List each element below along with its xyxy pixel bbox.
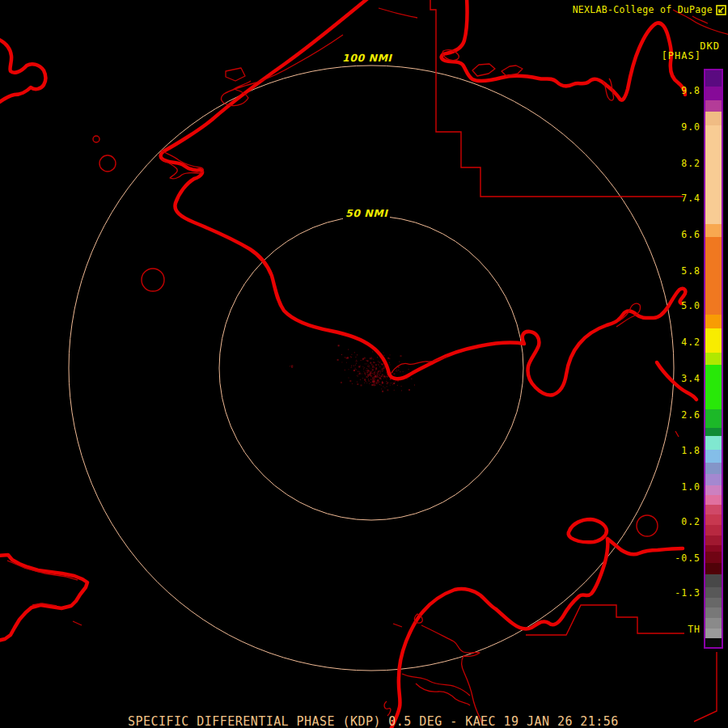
radar-echo-dot <box>372 366 374 368</box>
radar-echo-dot <box>377 372 378 373</box>
radar-echo-dot <box>369 383 370 384</box>
radar-echo-dot <box>375 375 376 377</box>
radar-echo-dot <box>359 371 360 372</box>
radar-echo-dot <box>377 375 378 375</box>
radar-echo-dot <box>380 370 381 371</box>
radar-echo-dot <box>366 381 366 382</box>
radar-echo-dot <box>372 378 373 379</box>
radar-echo-dot <box>353 370 355 371</box>
detail-dash <box>675 431 679 437</box>
colorbar-segment-28 <box>705 598 722 607</box>
radar-echo-dot <box>384 387 385 388</box>
radar-echo-dot <box>370 358 372 359</box>
product-code: DKD <box>700 40 720 52</box>
radar-echo-dot <box>291 366 292 367</box>
radar-echo-dot <box>396 370 396 371</box>
radar-echo-dot <box>386 372 387 373</box>
radar-echo-dot <box>396 369 397 370</box>
detail-east-squiggle <box>616 303 641 327</box>
radar-echo-dot <box>345 357 345 358</box>
lake-circle-2 <box>142 269 164 291</box>
radar-echo-dot <box>363 368 364 369</box>
radar-echo-dot <box>401 390 402 391</box>
detail-nub <box>393 624 402 627</box>
colorbar-segment-1 <box>705 87 722 100</box>
lake-circle-0 <box>93 136 99 142</box>
radar-echo-dot <box>355 368 356 369</box>
radar-echo-dot <box>349 380 351 382</box>
radar-echo-dot <box>357 354 358 355</box>
colorbar-segment-16 <box>705 474 722 485</box>
radar-echo-dot <box>351 365 352 366</box>
coast-main-diagonal <box>161 0 686 395</box>
radar-echo-dot <box>341 362 342 362</box>
radar-echo-dot <box>381 364 382 365</box>
colorbar-segment-6 <box>705 237 722 315</box>
radar-echo-dot <box>382 382 383 383</box>
radar-echo-dot <box>401 386 402 387</box>
radar-echo-dot <box>363 369 364 370</box>
radar-echo-dot <box>386 381 387 382</box>
radar-echo-dot <box>383 387 383 387</box>
colorbar-segment-5 <box>705 224 722 237</box>
detail-estuary-main <box>421 625 483 726</box>
boundary-southeast <box>526 605 684 635</box>
radar-echo-dot <box>370 358 370 359</box>
radar-echo-dot <box>387 383 387 383</box>
radar-echo-dot <box>365 380 366 381</box>
radar-echo-dot <box>366 376 368 378</box>
colorbar-segment-13 <box>705 436 722 450</box>
colorbar-segment-17 <box>705 485 722 495</box>
radar-echo-dot <box>375 371 375 372</box>
radar-echo-dot <box>403 371 404 372</box>
product-units: [PHAS] <box>662 50 701 61</box>
radar-echo-dot <box>387 386 387 387</box>
radar-echo-dot <box>399 362 400 362</box>
radar-echo-dot <box>359 374 360 375</box>
radar-echo-dot <box>354 352 355 353</box>
radar-echo-dot <box>349 369 349 370</box>
radar-echo-dot <box>368 375 369 376</box>
radar-echo-dot <box>396 370 397 371</box>
colorbar-tick-8.2: 8.2 <box>663 157 700 170</box>
colorbar-tick-0.2: 0.2 <box>663 515 700 528</box>
colorbar-segment-31 <box>705 629 722 638</box>
radar-echo-dot <box>392 383 392 383</box>
radar-echo-dot <box>366 363 367 364</box>
radar-echo-dot <box>377 373 378 374</box>
radar-echo-dot <box>361 384 362 386</box>
colorbar-segment-3 <box>705 112 722 125</box>
detail-estuary2 <box>402 674 470 696</box>
colorbar-segment-30 <box>705 618 722 629</box>
radar-echo-dot <box>379 362 380 363</box>
radar-echo-dot <box>408 369 409 370</box>
colorbar-tick-9.0: 9.0 <box>663 121 700 133</box>
radar-echo-dot <box>368 379 369 379</box>
radar-echo-dot <box>351 354 352 355</box>
radar-echo-dot <box>375 368 377 370</box>
radar-echo-dot <box>374 372 375 373</box>
colorbar-segment-21 <box>705 525 722 535</box>
coast-left-blob <box>0 39 45 104</box>
colorbar-tick-2.6: 2.6 <box>663 408 700 421</box>
range-ring-outer-label: 100 NMI <box>340 52 395 64</box>
detail-estuary3 <box>416 684 470 705</box>
radar-echo-dot <box>362 374 362 375</box>
radar-echo-dot <box>351 366 352 366</box>
colorbar-segment-14 <box>705 450 722 463</box>
radar-echo-dot <box>376 383 377 383</box>
radar-echo-dot <box>374 383 375 384</box>
radar-echo-dot <box>379 362 380 362</box>
radar-echo-dot <box>380 371 381 372</box>
radar-echo-dot <box>379 374 379 375</box>
radar-echo-dot <box>374 385 375 386</box>
radar-display: NEXLAB-College of DuPage DKD [PHAS] 9.89… <box>0 0 728 728</box>
radar-echo-dot <box>371 357 372 358</box>
colorbar-segment-26 <box>705 574 722 587</box>
radar-echo-dot <box>382 391 383 392</box>
radar-echo-dot <box>341 354 342 355</box>
radar-echo-dot <box>373 362 375 363</box>
colorbar <box>704 69 723 649</box>
detail-blob-dash <box>73 621 82 625</box>
radar-echo-dot <box>362 378 363 379</box>
